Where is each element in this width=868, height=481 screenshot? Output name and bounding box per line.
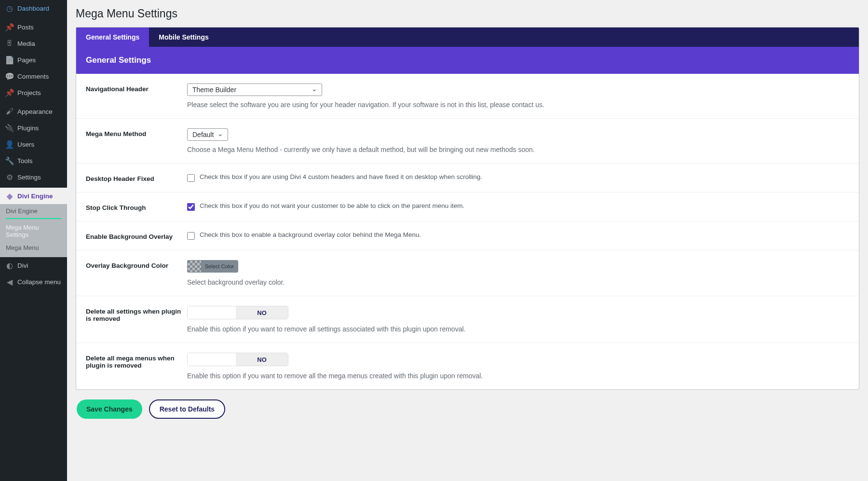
sidebar-posts[interactable]: 📌Posts [0,19,67,35]
delete-menus-toggle[interactable]: NO [187,353,288,366]
media-icon: 🎚 [5,39,14,48]
pin-icon: 📌 [5,22,14,32]
row-bg-overlay: Enable Background Overlay Check this box… [76,221,859,250]
main-content: Mega Menu Settings General Settings Mobi… [67,0,868,481]
delete-menus-desc: Enable this option if you want to remove… [187,372,849,380]
label-method: Mega Menu Method [86,128,187,153]
row-overlay-color: Overlay Background Color Select Color Se… [76,250,859,296]
nav-header-desc: Please select the software you are using… [187,101,849,109]
delete-settings-desc: Enable this option if you want to remove… [187,325,849,333]
divi-engine-icon: ◆ [5,191,14,201]
sidebar-dashboard[interactable]: ◷Dashboard [0,0,67,16]
row-nav-header: Navigational Header Theme Builder Please… [76,74,859,119]
label-desktop-fixed: Desktop Header Fixed [86,173,187,182]
row-delete-menus: Delete all mega menus when plugin is rem… [76,343,859,389]
label-overlay-color: Overlay Background Color [86,260,187,286]
label-delete-menus: Delete all mega menus when plugin is rem… [86,353,187,380]
pin-icon: 📌 [5,88,14,97]
wrench-icon: 🔧 [5,156,14,165]
sidebar-tools[interactable]: 🔧Tools [0,152,67,169]
plug-icon: 🔌 [5,123,14,133]
save-button[interactable]: Save Changes [77,399,142,419]
tab-bar: General Settings Mobile Settings [76,27,859,47]
user-icon: 👤 [5,139,14,149]
desktop-fixed-checkbox[interactable] [187,174,195,182]
row-desktop-fixed: Desktop Header Fixed Check this box if y… [76,164,859,192]
stop-click-checkbox[interactable] [187,203,195,211]
overlay-color-desc: Select background overlay color. [187,278,849,286]
action-buttons: Save Changes Reset to Defaults [76,399,859,419]
label-delete-settings: Delete all settings when plugin is remov… [86,306,187,333]
sidebar-collapse[interactable]: ◀Collapse menu [0,274,67,290]
bg-overlay-checkbox[interactable] [187,232,195,240]
row-method: Mega Menu Method Default Choose a Mega M… [76,119,859,164]
settings-panel: General Settings Mobile Settings General… [76,27,859,390]
method-select[interactable]: Default [187,128,228,141]
gear-icon: ⚙ [5,172,14,182]
sidebar-media[interactable]: 🎚Media [0,35,67,52]
desktop-fixed-desc: Check this box if you are using Divi 4 c… [200,173,482,180]
label-bg-overlay: Enable Background Overlay [86,231,187,240]
comment-icon: 💬 [5,71,14,81]
stop-click-desc: Check this box if you do not want your c… [200,202,464,209]
delete-settings-toggle[interactable]: NO [187,306,288,319]
divi-icon: ◐ [5,261,14,270]
bg-overlay-desc: Check this box to enable a background ov… [200,231,421,238]
page-title: Mega Menu Settings [76,7,859,20]
collapse-icon: ◀ [5,277,14,287]
tab-general[interactable]: General Settings [76,27,149,47]
sidebar-comments[interactable]: 💬Comments [0,68,67,84]
brush-icon: 🖌 [5,107,14,116]
transparent-swatch-icon [188,261,201,272]
dashboard-icon: ◷ [5,3,14,13]
row-stop-click: Stop Click Through Check this box if you… [76,192,859,221]
sidebar-users[interactable]: 👤Users [0,136,67,152]
sidebar-pages[interactable]: 📄Pages [0,52,67,68]
submenu-divi-engine[interactable]: Divi Engine [0,204,67,218]
sidebar-submenu: Divi Engine Mega Menu Settings Mega Menu [0,204,67,257]
submenu-mega-menu[interactable]: Mega Menu [0,241,67,254]
sidebar-appearance[interactable]: 🖌Appearance [0,103,67,120]
sidebar-divi-engine[interactable]: ◆Divi Engine [0,188,67,204]
submenu-mega-menu-settings[interactable]: Mega Menu Settings [0,221,67,241]
method-desc: Choose a Mega Menu Method - currently we… [187,146,849,153]
sidebar-settings[interactable]: ⚙Settings [0,169,67,185]
nav-header-select[interactable]: Theme Builder [187,83,322,96]
sidebar-plugins[interactable]: 🔌Plugins [0,120,67,136]
sidebar-projects[interactable]: 📌Projects [0,84,67,101]
section-header: General Settings [76,47,859,74]
label-stop-click: Stop Click Through [86,202,187,211]
label-nav-header: Navigational Header [86,83,187,109]
overlay-color-button[interactable]: Select Color [187,260,238,273]
admin-sidebar: ◷Dashboard 📌Posts 🎚Media 📄Pages 💬Comment… [0,0,67,481]
sidebar-divi[interactable]: ◐Divi [0,257,67,274]
reset-button[interactable]: Reset to Defaults [149,399,225,419]
page-icon: 📄 [5,55,14,65]
tab-mobile[interactable]: Mobile Settings [149,27,218,47]
row-delete-settings: Delete all settings when plugin is remov… [76,296,859,343]
